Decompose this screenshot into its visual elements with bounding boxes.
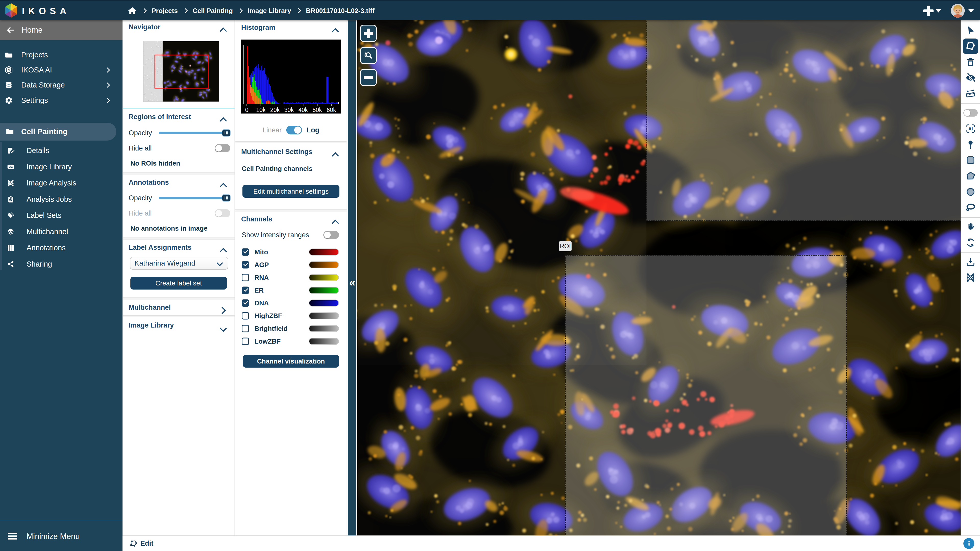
sidebar-subitem-label: Image Analysis xyxy=(27,179,76,187)
slider-thumb[interactable] xyxy=(222,130,230,136)
pentagon-tool[interactable] xyxy=(961,168,980,184)
sidebar-item-ikosa-ai[interactable]: AI IKOSA AI xyxy=(0,62,123,78)
circle-tool[interactable] xyxy=(961,184,980,200)
channel-gradient-brightfield[interactable] xyxy=(309,325,339,332)
channel-gradient-agp[interactable] xyxy=(309,262,339,268)
toggle-tool[interactable] xyxy=(961,105,980,121)
zoom-in-button[interactable] xyxy=(360,25,377,42)
sidebar-item-label: Settings xyxy=(21,96,48,105)
expand-multichannel-chevron-icon[interactable] xyxy=(221,307,226,313)
channel-checkbox-lowzbf[interactable] xyxy=(242,338,249,345)
hand-icon xyxy=(966,222,976,232)
channel-gradient-rna[interactable] xyxy=(309,274,339,281)
sidebar-subitem-annotations[interactable]: Annotations xyxy=(0,240,123,256)
avatar[interactable] xyxy=(951,4,965,17)
sidebar-item-settings[interactable]: Settings xyxy=(0,93,123,108)
sidebar-subitem-image-analysis[interactable]: Image Analysis xyxy=(0,175,123,191)
info-button[interactable] xyxy=(963,538,974,549)
svg-text:10k: 10k xyxy=(256,106,266,113)
minimize-menu-button[interactable]: Minimize Menu xyxy=(0,527,123,545)
pan-tool[interactable] xyxy=(961,219,980,235)
pin-tool[interactable] xyxy=(961,137,980,152)
slider-thumb[interactable] xyxy=(222,195,230,201)
collapse-annotations-chevron-icon[interactable] xyxy=(221,183,226,188)
measure-tool[interactable] xyxy=(961,86,980,102)
channel-gradient-lowzbf[interactable] xyxy=(309,338,339,345)
breadcrumb-item-image-library[interactable]: Image Library xyxy=(248,7,291,15)
channel-checkbox-mito[interactable] xyxy=(242,248,249,256)
roi-hide-all-toggle[interactable] xyxy=(215,144,230,152)
image-viewer-canvas[interactable]: ROI xyxy=(357,20,961,535)
ai-tool[interactable]: AI xyxy=(961,121,980,137)
channel-gradient-highzbf[interactable] xyxy=(309,313,339,319)
home-icon[interactable] xyxy=(127,6,137,15)
channel-checkbox-dna[interactable] xyxy=(242,300,249,307)
create-new-button[interactable] xyxy=(923,5,941,16)
roi-hide-all-label: Hide all xyxy=(129,144,151,152)
label-user-select[interactable]: Katharina Wiegand xyxy=(130,257,228,270)
collapse-histogram-chevron-icon[interactable] xyxy=(333,27,339,33)
sidebar-subitem-image-library[interactable]: Image Library xyxy=(0,159,123,175)
zoom-out-button[interactable] xyxy=(360,69,377,86)
channel-gradient-dna[interactable] xyxy=(309,300,339,306)
collapse-navigator-chevron-icon[interactable] xyxy=(221,27,226,33)
sidebar-subitem-sharing[interactable]: Sharing xyxy=(0,256,123,272)
linear-label[interactable]: Linear xyxy=(262,126,282,134)
scale-toggle[interactable] xyxy=(286,126,302,135)
sidebar-subitem-details[interactable]: Details xyxy=(0,143,123,159)
roi-overlay-main[interactable] xyxy=(565,255,847,535)
edit-multichannel-settings-button[interactable]: Edit multichannel settings xyxy=(242,185,339,198)
sidebar-subitem-analysis-jobs[interactable]: Analysis Jobs xyxy=(0,191,123,207)
rectangle-tool[interactable] xyxy=(961,152,980,168)
delete-tool[interactable] xyxy=(961,54,980,70)
sidebar-active-label: Cell Painting xyxy=(21,127,68,136)
sidebar-subitem-label-sets[interactable]: Label Sets xyxy=(0,207,123,224)
doc-edit-icon xyxy=(6,147,15,155)
collapse-label-assignments-chevron-icon[interactable] xyxy=(221,248,226,253)
sidebar-home[interactable]: Home xyxy=(0,20,123,40)
collapse-panel-bar[interactable]: « xyxy=(347,21,357,535)
collapse-roi-chevron-icon[interactable] xyxy=(221,117,226,122)
chevron-right-icon xyxy=(105,67,110,73)
navigator-thumbnail[interactable] xyxy=(143,41,219,102)
zoom-reset-button[interactable] xyxy=(360,47,377,64)
multichannel-settings-subtitle: Cell Painting channels xyxy=(235,160,347,173)
channel-gradient-er[interactable] xyxy=(309,287,339,294)
sync-tool[interactable] xyxy=(961,235,980,251)
breadcrumb-item-projects[interactable]: Projects xyxy=(151,7,178,15)
edit-button[interactable]: Edit xyxy=(130,536,153,551)
channel-gradient-mito[interactable] xyxy=(309,249,339,256)
svg-text:30k: 30k xyxy=(284,106,294,113)
download-tool[interactable] xyxy=(961,254,980,270)
annotations-opacity-slider[interactable] xyxy=(159,195,230,201)
user-menu[interactable] xyxy=(951,4,974,17)
select-tool[interactable] xyxy=(961,22,980,38)
create-label-set-button[interactable]: Create label set xyxy=(130,277,227,289)
breadcrumb-item-cell-painting[interactable]: Cell Painting xyxy=(192,7,233,15)
collapse-channels-chevron-icon[interactable] xyxy=(333,219,339,225)
analysis-tool[interactable] xyxy=(961,270,980,286)
polygon-tool[interactable] xyxy=(961,38,980,54)
sidebar-item-projects[interactable]: Projects xyxy=(0,48,123,62)
log-label[interactable]: Log xyxy=(307,126,319,134)
sidebar-item-data-storage[interactable]: Data Storage xyxy=(0,78,123,93)
roi-overlay-top[interactable] xyxy=(646,20,961,221)
section-divider xyxy=(235,210,347,211)
channel-checkbox-brightfield[interactable] xyxy=(242,325,249,332)
histogram-header: Histogram xyxy=(235,20,347,35)
hide-tool[interactable] xyxy=(961,70,980,86)
channel-visualization-button[interactable]: Channel visualization xyxy=(243,355,339,368)
sidebar-item-cell-painting[interactable]: Cell Painting xyxy=(0,123,116,141)
svg-text:AI: AI xyxy=(968,126,973,131)
collapse-image-library-chevron-icon[interactable] xyxy=(221,325,226,331)
annotations-hide-all-toggle[interactable] xyxy=(215,209,230,218)
sidebar-subitem-multichannel[interactable]: Multichannel xyxy=(0,224,123,240)
show-intensity-toggle[interactable] xyxy=(323,231,339,239)
lasso-tool[interactable] xyxy=(961,200,980,216)
collapse-multichannel-settings-chevron-icon[interactable] xyxy=(333,152,339,157)
channel-checkbox-rna[interactable] xyxy=(242,274,249,281)
channel-checkbox-er[interactable] xyxy=(242,287,249,294)
channel-checkbox-agp[interactable] xyxy=(242,261,249,268)
channel-checkbox-highzbf[interactable] xyxy=(242,312,249,320)
roi-opacity-slider[interactable] xyxy=(159,130,230,136)
